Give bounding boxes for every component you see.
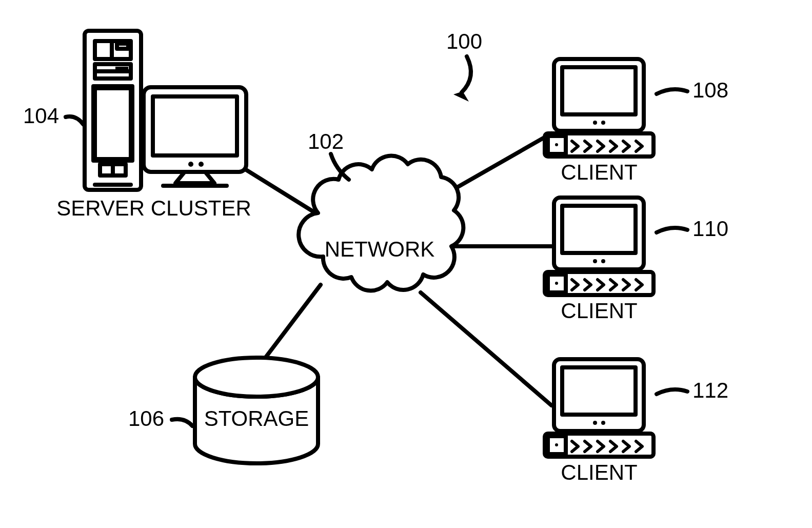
server-label: SERVER CLUSTER xyxy=(56,196,251,220)
server-cluster xyxy=(85,31,246,190)
ref-104: 104 xyxy=(23,104,59,128)
leader-110 xyxy=(657,228,687,232)
ref-100: 100 xyxy=(446,29,482,53)
ref-102: 102 xyxy=(308,129,344,153)
network-cloud xyxy=(299,156,463,291)
ref-112: 112 xyxy=(692,378,728,402)
ref-106: 106 xyxy=(128,406,164,431)
leader-104 xyxy=(66,116,84,125)
leader-106 xyxy=(172,419,192,426)
svg-point-17 xyxy=(195,358,318,397)
network-diagram: NETWORK 102 100 xyxy=(0,0,812,528)
storage-label: STORAGE xyxy=(204,406,309,431)
client-1 xyxy=(545,59,653,157)
client-3 xyxy=(545,359,653,457)
svg-point-14 xyxy=(188,162,193,167)
leader-112 xyxy=(657,389,687,394)
svg-point-15 xyxy=(199,162,204,167)
client-1-label: CLIENT xyxy=(561,160,637,184)
client-3-label: CLIENT xyxy=(561,460,637,484)
svg-rect-12 xyxy=(144,87,246,172)
leader-100 xyxy=(462,56,471,92)
ref-108: 108 xyxy=(692,78,728,102)
client-2 xyxy=(545,198,653,295)
client-2-label: CLIENT xyxy=(561,299,637,323)
leader-108 xyxy=(657,89,687,94)
ref-110: 110 xyxy=(692,217,728,241)
leader-100-arrow xyxy=(453,91,469,102)
network-label: NETWORK xyxy=(325,237,435,261)
svg-rect-6 xyxy=(115,67,128,71)
link-network-client3 xyxy=(421,292,551,405)
